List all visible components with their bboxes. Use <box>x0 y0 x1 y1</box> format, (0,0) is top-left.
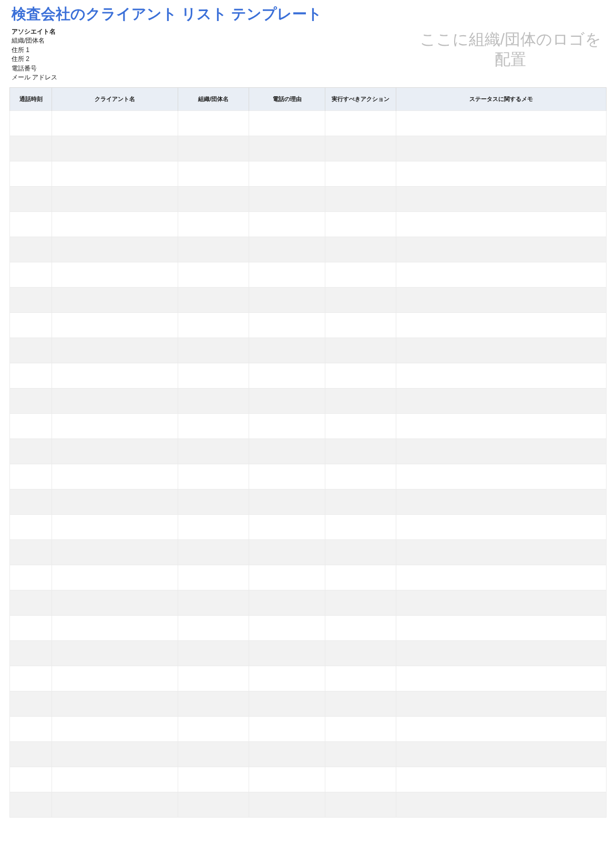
table-cell[interactable] <box>249 338 325 363</box>
table-cell[interactable] <box>52 389 178 414</box>
table-cell[interactable] <box>325 767 396 792</box>
table-cell[interactable] <box>325 742 396 767</box>
table-cell[interactable] <box>52 313 178 338</box>
table-cell[interactable] <box>10 717 52 742</box>
table-cell[interactable] <box>10 515 52 540</box>
table-cell[interactable] <box>325 792 396 818</box>
table-cell[interactable] <box>178 691 249 717</box>
table-cell[interactable] <box>249 565 325 590</box>
table-cell[interactable] <box>325 717 396 742</box>
table-cell[interactable] <box>249 540 325 565</box>
table-cell[interactable] <box>249 464 325 490</box>
table-cell[interactable] <box>396 717 607 742</box>
table-cell[interactable] <box>10 389 52 414</box>
table-cell[interactable] <box>396 136 607 161</box>
table-cell[interactable] <box>325 691 396 717</box>
table-cell[interactable] <box>249 767 325 792</box>
table-cell[interactable] <box>10 490 52 515</box>
table-cell[interactable] <box>325 363 396 389</box>
table-cell[interactable] <box>178 161 249 187</box>
table-cell[interactable] <box>52 515 178 540</box>
table-cell[interactable] <box>396 237 607 262</box>
table-cell[interactable] <box>178 212 249 237</box>
table-cell[interactable] <box>396 490 607 515</box>
table-cell[interactable] <box>52 490 178 515</box>
table-cell[interactable] <box>249 590 325 616</box>
table-cell[interactable] <box>396 666 607 691</box>
table-cell[interactable] <box>10 439 52 464</box>
table-cell[interactable] <box>396 464 607 490</box>
table-cell[interactable] <box>52 767 178 792</box>
table-cell[interactable] <box>325 136 396 161</box>
table-cell[interactable] <box>178 288 249 313</box>
table-cell[interactable] <box>10 616 52 641</box>
table-cell[interactable] <box>396 338 607 363</box>
table-cell[interactable] <box>10 792 52 818</box>
table-cell[interactable] <box>249 212 325 237</box>
table-cell[interactable] <box>10 363 52 389</box>
table-cell[interactable] <box>10 666 52 691</box>
table-cell[interactable] <box>396 111 607 136</box>
table-cell[interactable] <box>178 414 249 439</box>
table-cell[interactable] <box>52 338 178 363</box>
table-cell[interactable] <box>52 464 178 490</box>
table-cell[interactable] <box>396 161 607 187</box>
table-cell[interactable] <box>396 590 607 616</box>
table-cell[interactable] <box>325 187 396 212</box>
table-cell[interactable] <box>396 288 607 313</box>
table-cell[interactable] <box>249 313 325 338</box>
table-cell[interactable] <box>10 161 52 187</box>
table-cell[interactable] <box>325 565 396 590</box>
table-cell[interactable] <box>52 288 178 313</box>
table-cell[interactable] <box>249 490 325 515</box>
table-cell[interactable] <box>52 792 178 818</box>
table-cell[interactable] <box>178 313 249 338</box>
table-cell[interactable] <box>325 540 396 565</box>
table-cell[interactable] <box>178 490 249 515</box>
table-cell[interactable] <box>10 464 52 490</box>
table-cell[interactable] <box>178 666 249 691</box>
table-cell[interactable] <box>325 338 396 363</box>
table-cell[interactable] <box>325 414 396 439</box>
table-cell[interactable] <box>52 691 178 717</box>
table-cell[interactable] <box>52 414 178 439</box>
table-cell[interactable] <box>396 515 607 540</box>
table-cell[interactable] <box>52 565 178 590</box>
table-cell[interactable] <box>52 540 178 565</box>
table-cell[interactable] <box>396 212 607 237</box>
table-cell[interactable] <box>249 691 325 717</box>
table-cell[interactable] <box>52 616 178 641</box>
table-cell[interactable] <box>178 439 249 464</box>
table-cell[interactable] <box>396 691 607 717</box>
table-cell[interactable] <box>10 742 52 767</box>
table-cell[interactable] <box>249 389 325 414</box>
table-cell[interactable] <box>10 262 52 288</box>
table-cell[interactable] <box>249 111 325 136</box>
table-cell[interactable] <box>325 288 396 313</box>
table-cell[interactable] <box>249 414 325 439</box>
table-cell[interactable] <box>396 389 607 414</box>
table-cell[interactable] <box>10 641 52 666</box>
table-cell[interactable] <box>178 616 249 641</box>
table-cell[interactable] <box>178 111 249 136</box>
table-cell[interactable] <box>249 237 325 262</box>
table-cell[interactable] <box>325 111 396 136</box>
table-cell[interactable] <box>249 616 325 641</box>
table-cell[interactable] <box>10 414 52 439</box>
table-cell[interactable] <box>178 363 249 389</box>
table-cell[interactable] <box>178 338 249 363</box>
table-cell[interactable] <box>325 490 396 515</box>
table-cell[interactable] <box>325 666 396 691</box>
table-cell[interactable] <box>325 212 396 237</box>
table-cell[interactable] <box>178 792 249 818</box>
table-cell[interactable] <box>52 363 178 389</box>
table-cell[interactable] <box>396 565 607 590</box>
table-cell[interactable] <box>52 111 178 136</box>
table-cell[interactable] <box>325 464 396 490</box>
table-cell[interactable] <box>178 717 249 742</box>
table-cell[interactable] <box>325 439 396 464</box>
table-cell[interactable] <box>52 439 178 464</box>
table-cell[interactable] <box>10 111 52 136</box>
table-cell[interactable] <box>249 136 325 161</box>
table-cell[interactable] <box>178 262 249 288</box>
